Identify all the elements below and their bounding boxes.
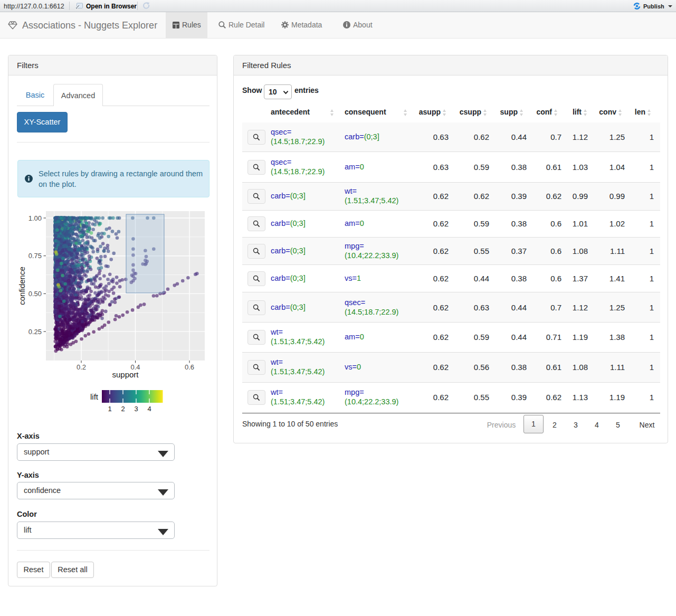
- svg-text:0.6: 0.6: [185, 363, 194, 371]
- svg-text:0.75: 0.75: [28, 252, 42, 260]
- svg-text:4: 4: [147, 405, 151, 413]
- svg-text:0.50: 0.50: [28, 290, 42, 298]
- svg-text:0.2: 0.2: [77, 363, 86, 371]
- svg-text:1: 1: [108, 405, 111, 413]
- svg-text:lift: lift: [90, 392, 99, 401]
- svg-text:3: 3: [134, 405, 138, 413]
- svg-text:1.00: 1.00: [28, 214, 42, 222]
- svg-text:support: support: [112, 370, 139, 379]
- svg-text:2: 2: [121, 405, 125, 413]
- svg-text:0.25: 0.25: [28, 328, 42, 336]
- svg-text:confidence: confidence: [17, 267, 26, 305]
